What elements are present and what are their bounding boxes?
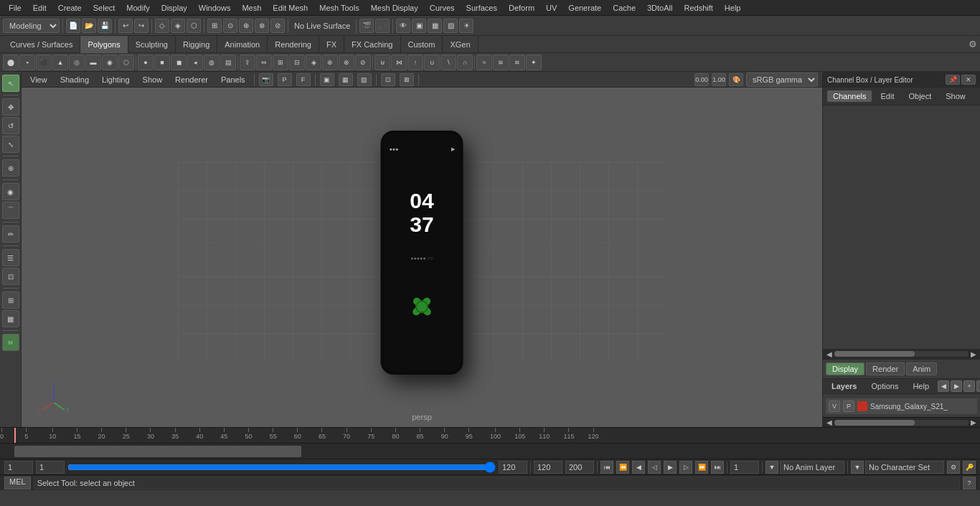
mode-select[interactable]: Modeling Rigging Animation [3, 19, 60, 33]
show-manip-btn[interactable]: ⊕ [2, 159, 19, 177]
snap-to-view-btn[interactable]: ⊘ [270, 19, 285, 33]
maya-logo-btn[interactable]: M [2, 334, 19, 351]
camera-persp-btn[interactable]: P [278, 73, 292, 86]
layer-p-toggle[interactable]: P [843, 400, 854, 412]
menu-deform[interactable]: Deform [503, 2, 540, 14]
menu-3dtoall[interactable]: 3DtoAll [641, 2, 678, 14]
cam-val1[interactable]: 0.00 [694, 73, 709, 86]
lasso-btn[interactable]: ⌒ [2, 202, 19, 219]
layer-rem-btn[interactable]: - [976, 380, 980, 392]
display-tab[interactable]: Display [826, 362, 864, 375]
bridge-btn[interactable]: ⇔ [256, 55, 272, 70]
gamma-select[interactable]: sRGB gamma Linear [746, 72, 818, 87]
menu-file[interactable]: File [3, 2, 27, 14]
menu-cache[interactable]: Cache [607, 2, 641, 14]
isolate-btn[interactable]: ⊡ [381, 73, 395, 86]
rp-scroll-right[interactable]: ▶ [969, 418, 979, 426]
paint-sel-btn[interactable]: ✏ [2, 225, 19, 243]
redo-btn[interactable]: ↪ [134, 19, 149, 33]
rp-scroll-left[interactable]: ◀ [824, 418, 834, 426]
menu-help[interactable]: Help [719, 2, 747, 14]
char-set-arrow[interactable]: ▼ [851, 461, 864, 474]
layer-next-btn[interactable]: ▶ [951, 380, 962, 392]
menu-mesh-tools[interactable]: Mesh Tools [314, 2, 364, 14]
panel-pin-btn[interactable]: 📌 [946, 75, 960, 85]
cylinder-tool-btn[interactable]: ⬛ [36, 55, 52, 70]
menu-mesh-display[interactable]: Mesh Display [365, 2, 424, 14]
tab-sculpting[interactable]: Sculpting [128, 36, 176, 53]
hide-all-btn[interactable]: ⊠ [400, 73, 414, 86]
subdiv-cube-btn[interactable]: ■ [154, 55, 170, 70]
menu-surfaces[interactable]: Surfaces [461, 2, 503, 14]
camera-select-btn[interactable]: 📷 [259, 73, 273, 86]
undo-btn[interactable]: ↩ [118, 19, 133, 33]
snap-to-surface-btn[interactable]: ⊗ [255, 19, 269, 33]
quick-sel-btn[interactable]: ☰ [2, 249, 19, 266]
layer-prev-btn[interactable]: ◀ [938, 380, 949, 392]
gamma-icon[interactable]: 🎨 [729, 73, 743, 86]
goto-end-btn[interactable]: ⏭ [711, 461, 724, 474]
boolean-diff-btn[interactable]: ∖ [440, 55, 456, 70]
panels-menu-item[interactable]: Panels [217, 75, 250, 85]
cleanup-btn[interactable]: ✦ [526, 55, 542, 70]
anim-tab[interactable]: Anim [906, 362, 937, 375]
layer-options-menu[interactable]: Options [865, 380, 904, 392]
menu-edit[interactable]: Edit [27, 2, 52, 14]
display-mode-btn[interactable]: ⊞ [2, 291, 19, 309]
platonic-tool-btn[interactable]: ⬡ [118, 55, 134, 70]
display-wireframe-btn[interactable]: ▣ [412, 19, 426, 33]
playback-speed-field[interactable]: 1 [730, 461, 759, 474]
cam-val2[interactable]: 1.00 [712, 73, 726, 86]
shaded-btn[interactable]: ▦ [339, 73, 353, 86]
snap-to-curve-btn[interactable]: ⊙ [223, 19, 237, 33]
goto-start-btn[interactable]: ⏮ [600, 461, 613, 474]
snap-mode-btn[interactable]: ⊡ [2, 268, 19, 285]
tab-xgen[interactable]: XGen [443, 36, 478, 53]
menu-redshift[interactable]: Redshift [678, 2, 718, 14]
select-mode2-btn[interactable]: ◈ [171, 19, 185, 33]
extrude-btn[interactable]: ⇪ [240, 55, 255, 70]
subdiv-cyl-btn[interactable]: ◼ [171, 55, 187, 70]
layer-item[interactable]: V P Samsung_Galaxy_S21_ [826, 398, 977, 414]
select-tool-btn[interactable]: ↖ [2, 75, 19, 92]
camera-front-btn[interactable]: F [296, 73, 311, 86]
next-frame-btn[interactable]: ▷ [679, 461, 692, 474]
menu-uv[interactable]: UV [540, 2, 562, 14]
viewport-3d[interactable]: ●●● ▶ 04 37 ●●●●● ○○ [22, 88, 822, 427]
move-tool-btn[interactable]: ✥ [2, 98, 19, 116]
display-heads-btn[interactable]: 👁 [396, 19, 410, 33]
sculpt-btn[interactable]: ≋ [509, 55, 525, 70]
display-textured-btn[interactable]: ▧ [443, 19, 458, 33]
snap-to-point-btn[interactable]: ⊕ [239, 19, 253, 33]
render-tab[interactable]: Render [866, 362, 905, 375]
subdiv-plane-btn[interactable]: ▤ [220, 55, 236, 70]
boolean-inter-btn[interactable]: ∩ [457, 55, 473, 70]
connect-btn[interactable]: ⊕ [322, 55, 338, 70]
menu-display[interactable]: Display [156, 2, 193, 14]
timeline-bar[interactable] [0, 444, 980, 459]
anim-layer-arrow[interactable]: ▼ [765, 461, 778, 474]
rotate-tool-btn[interactable]: ↺ [2, 117, 19, 134]
lighting-menu-item[interactable]: Lighting [98, 75, 134, 85]
max-frame-field[interactable]: 200 [565, 461, 594, 474]
menu-modify[interactable]: Modify [121, 2, 155, 14]
menu-curves[interactable]: Curves [424, 2, 461, 14]
help-line-btn[interactable]: ? [963, 477, 976, 489]
save-file-btn[interactable]: 💾 [98, 19, 112, 33]
renderer-menu-item[interactable]: Renderer [171, 75, 212, 85]
layer-v-toggle[interactable]: V [829, 400, 840, 412]
split-poly-btn[interactable]: ⊘ [355, 55, 371, 70]
language-selector[interactable]: MEL [4, 477, 31, 489]
play-fwd-btn[interactable]: ▶ [664, 461, 677, 474]
workspace-gear-icon[interactable]: ⚙ [969, 39, 977, 50]
sphere-tool-btn[interactable]: ⬤ [3, 55, 19, 70]
subdiv-sphere-btn[interactable]: ● [138, 55, 154, 70]
average-btn[interactable]: ≅ [493, 55, 509, 70]
scroll-left-arrow[interactable]: ◀ [824, 350, 834, 358]
layer-add-btn[interactable]: + [963, 380, 975, 392]
select-mode-btn[interactable]: ◇ [155, 19, 169, 33]
combine-btn[interactable]: ⊎ [374, 55, 390, 70]
merge-btn[interactable]: ⊟ [289, 55, 305, 70]
subdiv-cone-btn[interactable]: ◂ [187, 55, 203, 70]
step-back-btn[interactable]: ⏪ [616, 461, 629, 474]
